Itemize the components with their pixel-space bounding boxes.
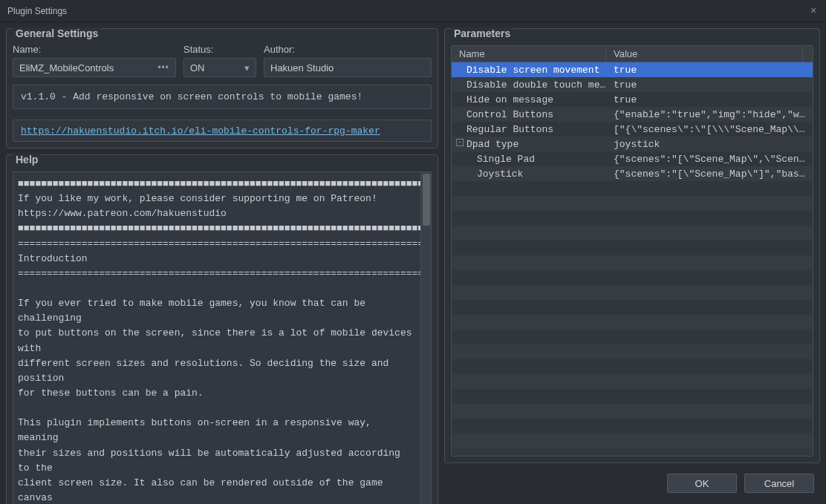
plugin-link-box: https://hakuenstudio.itch.io/eli-mobile-… bbox=[13, 120, 432, 142]
param-value: {"scenes":"[\"Scene_Map\",\"Scen… bbox=[606, 154, 813, 165]
help-vertical-scrollbar[interactable] bbox=[420, 172, 431, 504]
table-row bbox=[452, 330, 813, 344]
table-row bbox=[452, 359, 813, 374]
col-value-header[interactable]: Value bbox=[606, 46, 802, 62]
param-value: {"enable":"true","img":"hide","w… bbox=[606, 109, 813, 120]
param-value: true bbox=[606, 65, 813, 76]
param-name: Disable screen movement bbox=[466, 65, 599, 76]
param-value: true bbox=[606, 79, 813, 91]
table-row bbox=[452, 344, 813, 359]
param-name: Disable double touch menu bbox=[466, 79, 606, 91]
param-value: joystick bbox=[606, 139, 813, 150]
table-row bbox=[452, 285, 813, 300]
parameters-table: Name Value Disable screen movementtrueDi… bbox=[451, 45, 813, 456]
titlebar: Plugin Settings × bbox=[0, 0, 826, 22]
help-text: ■■■■■■■■■■■■■■■■■■■■■■■■■■■■■■■■■■■■■■■■… bbox=[13, 172, 420, 504]
param-value: ["{\"scenes\":\"[\\\"Scene_Map\\… bbox=[606, 124, 813, 135]
table-row bbox=[452, 226, 813, 240]
help-panel: ■■■■■■■■■■■■■■■■■■■■■■■■■■■■■■■■■■■■■■■■… bbox=[13, 171, 432, 504]
ellipsis-icon: ••• bbox=[157, 62, 169, 73]
table-row[interactable]: Regular Buttons["{\"scenes\":\"[\\\"Scen… bbox=[452, 122, 813, 137]
param-name: Hide on message bbox=[466, 94, 553, 105]
table-row[interactable]: Single Pad{"scenes":"[\"Scene_Map\",\"Sc… bbox=[452, 151, 813, 166]
content-area: General Settings Name: EliMZ_MobileContr… bbox=[0, 22, 826, 469]
table-row[interactable]: Disable screen movementtrue bbox=[452, 62, 813, 77]
author-label: Author: bbox=[264, 44, 432, 55]
window-title: Plugin Settings bbox=[7, 6, 67, 16]
help-group: Help ■■■■■■■■■■■■■■■■■■■■■■■■■■■■■■■■■■■… bbox=[6, 154, 438, 504]
scrollbar-thumb[interactable] bbox=[423, 174, 430, 226]
plugin-description: v1.1.0 - Add responsive on screen contro… bbox=[13, 85, 432, 109]
param-name: Regular Buttons bbox=[466, 124, 553, 135]
table-row bbox=[452, 404, 813, 419]
table-row bbox=[452, 181, 813, 196]
cancel-button[interactable]: Cancel bbox=[744, 474, 814, 493]
table-row[interactable]: -Dpad typejoystick bbox=[452, 137, 813, 151]
general-settings-group: General Settings Name: EliMZ_MobileContr… bbox=[6, 28, 438, 148]
table-row bbox=[452, 315, 813, 330]
col-name-header[interactable]: Name bbox=[452, 46, 606, 62]
table-row[interactable]: Disable double touch menutrue bbox=[452, 77, 813, 92]
table-row bbox=[452, 389, 813, 404]
param-value: {"scenes":"[\"Scene_Map\"]","bas… bbox=[606, 168, 813, 180]
table-row bbox=[452, 433, 813, 448]
chevron-down-icon: ▾ bbox=[244, 62, 250, 73]
status-value: ON bbox=[190, 62, 205, 73]
parameters-legend: Parameters bbox=[451, 27, 513, 39]
table-row bbox=[452, 300, 813, 315]
tree-expander-icon[interactable]: - bbox=[456, 139, 464, 146]
status-select[interactable]: ON ▾ bbox=[183, 58, 256, 77]
help-legend: Help bbox=[13, 154, 41, 166]
table-row bbox=[452, 374, 813, 389]
table-row[interactable]: Control Buttons{"enable":"true","img":"h… bbox=[452, 107, 813, 122]
col-end bbox=[802, 46, 813, 62]
table-row bbox=[452, 196, 813, 211]
general-settings-legend: General Settings bbox=[13, 27, 101, 39]
param-name: Dpad type bbox=[466, 139, 518, 150]
parameters-header: Name Value bbox=[452, 46, 813, 62]
param-name: Control Buttons bbox=[466, 109, 553, 120]
plugin-name-value: EliMZ_MobileControls bbox=[19, 62, 114, 73]
table-row bbox=[452, 419, 813, 433]
name-label: Name: bbox=[13, 44, 176, 55]
param-name: Joystick bbox=[477, 168, 523, 180]
ok-button[interactable]: OK bbox=[667, 474, 737, 493]
param-name: Single Pad bbox=[477, 154, 535, 165]
close-icon[interactable]: × bbox=[807, 4, 820, 18]
table-row bbox=[452, 270, 813, 285]
parameters-rows: Disable screen movementtrueDisable doubl… bbox=[452, 62, 813, 448]
parameters-group: Parameters Name Value Disable screen mov… bbox=[444, 28, 820, 463]
table-row[interactable]: Joystick{"scenes":"[\"Scene_Map\"]","bas… bbox=[452, 166, 813, 181]
left-column: General Settings Name: EliMZ_MobileContr… bbox=[6, 28, 438, 463]
plugin-name-select[interactable]: EliMZ_MobileControls ••• bbox=[13, 58, 176, 77]
table-row bbox=[452, 240, 813, 255]
plugin-link[interactable]: https://hakuenstudio.itch.io/eli-mobile-… bbox=[21, 125, 380, 137]
author-value: Hakuen Studio bbox=[270, 62, 334, 73]
table-row[interactable]: Hide on messagetrue bbox=[452, 92, 813, 107]
right-column: Parameters Name Value Disable screen mov… bbox=[444, 28, 820, 463]
table-row bbox=[452, 255, 813, 270]
status-label: Status: bbox=[183, 44, 256, 55]
param-value: true bbox=[606, 94, 813, 105]
author-field: Hakuen Studio bbox=[264, 58, 432, 77]
table-row bbox=[452, 211, 813, 226]
